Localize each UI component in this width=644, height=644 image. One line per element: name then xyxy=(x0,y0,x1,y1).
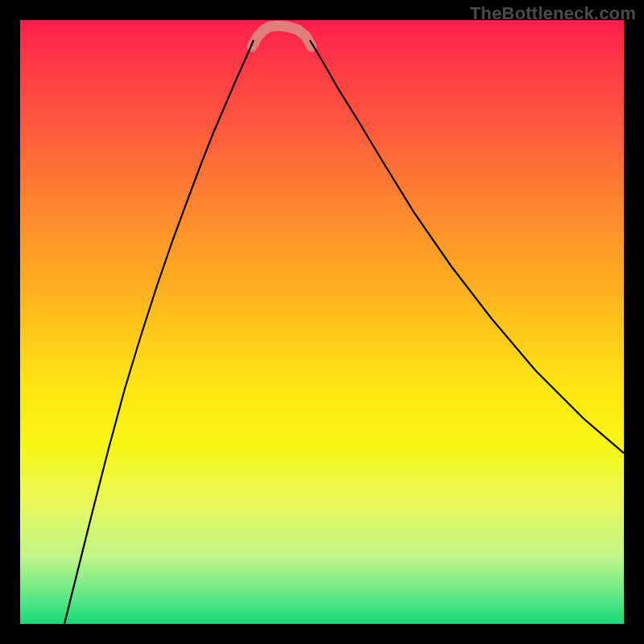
curves-layer xyxy=(20,20,624,624)
right-curve xyxy=(310,40,624,453)
left-curve xyxy=(64,40,254,624)
chart-stage: TheBottleneck.com xyxy=(0,0,644,644)
floor-highlight xyxy=(252,26,312,47)
watermark-label: TheBottleneck.com xyxy=(470,3,636,24)
plot-area xyxy=(20,20,624,624)
